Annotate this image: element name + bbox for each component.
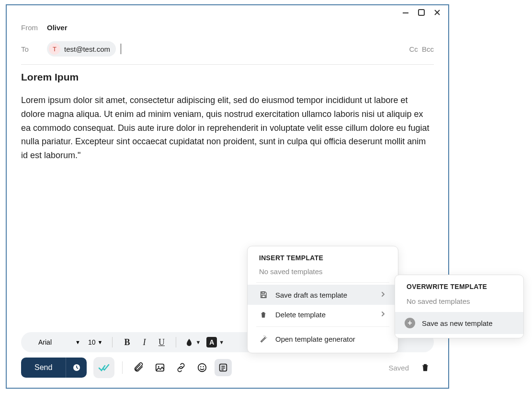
svg-point-10 xyxy=(200,366,201,367)
double-check-icon xyxy=(98,362,110,373)
menu-divider xyxy=(256,326,389,327)
chevron-right-icon xyxy=(380,291,386,299)
svg-rect-16 xyxy=(262,292,264,294)
svg-rect-1 xyxy=(419,10,424,15)
close-icon[interactable] xyxy=(433,8,441,17)
send-button[interactable]: Send xyxy=(21,358,66,378)
save-draft-as-template[interactable]: Save draft as template xyxy=(248,285,398,305)
read-receipt-button[interactable] xyxy=(93,357,114,378)
header-rows: From Oliver To T test@test.com Cc Bcc xyxy=(7,17,448,61)
chevron-right-icon xyxy=(380,311,386,319)
recipient-avatar: T xyxy=(49,43,60,55)
emoji-button[interactable] xyxy=(193,359,211,376)
font-family-value: Arial xyxy=(38,338,52,346)
to-row[interactable]: To T test@test.com Cc Bcc xyxy=(21,36,434,61)
wand-icon xyxy=(259,335,268,343)
overwrite-submenu: Overwrite template No saved templates + … xyxy=(395,275,524,338)
body-text[interactable]: Lorem ipsum dolor sit amet, consectetur … xyxy=(21,93,434,162)
template-menu-empty: No saved templates xyxy=(248,267,398,282)
font-size-select[interactable]: 10 ▼ xyxy=(85,338,105,346)
drop-icon xyxy=(185,338,193,347)
chevron-down-icon: ▼ xyxy=(98,339,103,345)
recipient-email: test@test.com xyxy=(64,45,110,53)
save-icon xyxy=(259,290,268,299)
attachment-button[interactable] xyxy=(130,359,147,376)
menu-item-label: Delete template xyxy=(275,311,326,319)
from-label: From xyxy=(21,23,47,32)
toolbar-separator xyxy=(176,337,176,347)
window-controls xyxy=(7,5,448,17)
svg-point-9 xyxy=(198,364,206,372)
font-family-select[interactable]: Arial ▼ xyxy=(35,338,83,346)
paperclip-icon xyxy=(134,362,144,373)
trash-icon xyxy=(259,311,268,319)
svg-point-8 xyxy=(158,366,159,368)
submenu-item-label: Save as new template xyxy=(422,319,493,327)
compose-window: From Oliver To T test@test.com Cc Bcc Lo… xyxy=(6,4,449,389)
send-split-button: Send xyxy=(21,358,87,378)
insert-image-button[interactable] xyxy=(151,359,169,376)
from-row: From Oliver xyxy=(21,19,434,36)
minimize-icon[interactable] xyxy=(401,8,410,17)
chevron-down-icon: ▼ xyxy=(195,339,201,345)
chevron-down-icon: ▼ xyxy=(75,339,80,345)
toolbar-separator xyxy=(112,337,113,347)
bold-icon: B xyxy=(124,337,130,347)
svg-point-20 xyxy=(264,335,265,336)
bottom-separator xyxy=(122,361,123,374)
saved-status: Saved xyxy=(388,364,409,372)
submenu-empty: No saved templates xyxy=(395,297,523,312)
submenu-title: Overwrite template xyxy=(395,283,523,297)
menu-divider xyxy=(256,282,389,283)
italic-button[interactable]: I xyxy=(136,335,152,350)
save-as-new-template[interactable]: + Save as new template xyxy=(395,312,523,334)
subject[interactable]: Lorem Ipum xyxy=(21,71,434,83)
text-color-button[interactable]: ▼ xyxy=(183,335,203,350)
chevron-down-icon: ▼ xyxy=(219,339,224,345)
from-name[interactable]: Oliver xyxy=(47,23,68,32)
menu-item-label: Save draft as template xyxy=(275,291,347,299)
bold-button[interactable]: B xyxy=(119,335,135,350)
menu-item-label: Open template generator xyxy=(275,335,355,343)
font-color-button[interactable]: A ▼ xyxy=(204,335,226,350)
template-icon xyxy=(218,362,228,373)
smiley-icon xyxy=(197,362,207,373)
cc-bcc: Cc Bcc xyxy=(407,45,434,53)
italic-icon: I xyxy=(143,337,146,347)
text-cursor xyxy=(121,44,121,54)
templates-button[interactable] xyxy=(215,359,232,376)
clock-icon xyxy=(72,363,81,372)
svg-point-19 xyxy=(266,337,267,338)
template-menu: Insert template No saved templates Save … xyxy=(247,246,398,353)
schedule-send-button[interactable] xyxy=(66,358,87,378)
font-size-value: 10 xyxy=(88,338,96,346)
to-label: To xyxy=(21,45,47,53)
template-menu-title: Insert template xyxy=(248,254,398,267)
delete-template[interactable]: Delete template xyxy=(248,305,398,324)
open-template-generator[interactable]: Open template generator xyxy=(248,329,398,349)
discard-button[interactable] xyxy=(417,359,434,376)
svg-rect-17 xyxy=(262,295,265,298)
bcc-button[interactable]: Bcc xyxy=(422,45,434,53)
svg-point-11 xyxy=(203,366,204,367)
cc-button[interactable]: Cc xyxy=(409,45,418,53)
insert-link-button[interactable] xyxy=(172,359,190,376)
underline-button[interactable]: U xyxy=(154,335,169,350)
underline-icon: U xyxy=(158,337,165,347)
maximize-icon[interactable] xyxy=(418,9,425,16)
plus-circle-icon: + xyxy=(405,318,415,328)
bottom-bar: Send Saved Insert template xyxy=(7,357,448,388)
header-divider xyxy=(21,64,434,65)
recipient-chip[interactable]: T test@test.com xyxy=(47,41,116,57)
font-color-icon: A xyxy=(206,337,217,347)
image-icon xyxy=(155,362,165,373)
trash-icon xyxy=(420,363,430,372)
link-icon xyxy=(176,362,186,373)
svg-point-18 xyxy=(265,336,266,337)
